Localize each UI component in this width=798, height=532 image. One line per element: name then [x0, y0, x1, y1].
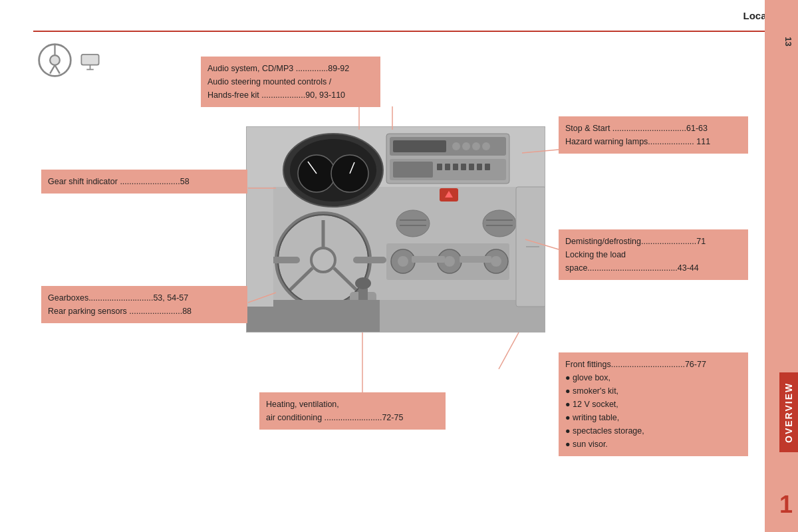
svg-rect-25 — [437, 164, 442, 170]
svg-rect-27 — [453, 164, 458, 170]
svg-rect-55 — [353, 257, 386, 263]
svg-point-34 — [396, 210, 430, 237]
svg-rect-29 — [469, 164, 474, 170]
steering-wheel-icon — [37, 42, 73, 78]
annotation-gearboxes-line2: Rear parking sensors ...................… — [48, 307, 192, 316]
dashboard-image — [246, 126, 545, 332]
annotation-front-fittings-line7: ● sun visor. — [565, 440, 608, 449]
svg-point-20 — [462, 142, 470, 150]
annotation-front-fittings-line4: ● 12 V socket, — [565, 400, 618, 409]
svg-rect-24 — [393, 162, 433, 178]
svg-point-21 — [472, 142, 480, 150]
svg-rect-31 — [485, 164, 490, 170]
annotation-demisting-line3: space...................................… — [565, 263, 699, 273]
annotation-gear-shift-text: Gear shift indicator ...................… — [48, 177, 190, 186]
svg-line-72 — [499, 332, 519, 369]
annotation-gear-shift: Gear shift indicator ...................… — [41, 170, 247, 194]
page-number: 13 — [783, 37, 793, 46]
svg-point-42 — [398, 256, 408, 267]
annotation-heating: Heating, ventilation, air conditioning .… — [259, 392, 446, 430]
annotation-front-fittings-line2: ● glove box, — [565, 373, 610, 382]
annotation-heating-line2: air conditioning .......................… — [266, 413, 403, 422]
annotation-front-fittings-line1: Front fittings..........................… — [565, 360, 706, 369]
svg-point-46 — [491, 256, 501, 267]
annotation-audio-line2: Audio steering mounted controls / — [207, 77, 331, 86]
svg-rect-28 — [461, 164, 466, 170]
annotation-stop-start: Stop & Start ...........................… — [559, 116, 748, 154]
annotation-audio-line3: Hands-free kit ...................90, 93… — [207, 90, 345, 100]
dashboard-interior — [247, 127, 545, 332]
svg-line-4 — [55, 65, 60, 73]
annotation-front-fittings-line3: ● smoker's kit, — [565, 386, 618, 396]
annotation-gearboxes: Gearboxes............................53,… — [41, 286, 247, 323]
annotation-front-fittings-line5: ● writing table, — [565, 413, 619, 422]
svg-line-3 — [50, 65, 55, 73]
svg-point-19 — [452, 142, 460, 150]
svg-rect-48 — [460, 256, 491, 263]
steering-icon-area — [37, 40, 116, 80]
svg-point-35 — [483, 210, 516, 237]
svg-rect-30 — [477, 164, 482, 170]
annotation-demisting: Demisting/defrosting....................… — [559, 229, 748, 280]
dashboard-svg — [247, 127, 545, 332]
annotation-demisting-line1: Demisting/defrosting....................… — [565, 237, 706, 246]
annotation-front-fittings-line6: ● spectacles storage, — [565, 426, 644, 436]
svg-rect-5 — [81, 54, 98, 65]
annotation-gearboxes-line1: Gearboxes............................53,… — [48, 293, 188, 303]
main-content: Audio system, CD/MP3 ..............89-92… — [0, 0, 765, 532]
svg-point-59 — [355, 277, 371, 289]
annotation-audio-line1: Audio system, CD/MP3 ..............89-92 — [207, 64, 349, 73]
svg-rect-64 — [247, 187, 273, 307]
svg-rect-26 — [445, 164, 450, 170]
overview-label: OVERVIEW — [779, 372, 798, 452]
svg-point-44 — [444, 256, 455, 267]
rearview-mirror-icon — [78, 49, 102, 72]
svg-rect-18 — [393, 140, 446, 152]
annotation-heating-line1: Heating, ventilation, — [266, 400, 339, 409]
annotation-demisting-line2: Locking the load — [565, 250, 626, 259]
svg-point-22 — [482, 142, 490, 150]
svg-point-1 — [50, 55, 60, 65]
annotation-front-fittings: Front fittings..........................… — [559, 352, 748, 456]
annotation-stop-start-line2: Hazard warning lamps....................… — [565, 137, 710, 146]
annotation-stop-start-line1: Stop & Start ...........................… — [565, 124, 708, 133]
right-sidebar: 13 OVERVIEW 1 — [765, 0, 798, 532]
svg-rect-47 — [412, 256, 445, 263]
annotation-audio: Audio system, CD/MP3 ..............89-92… — [201, 57, 380, 107]
svg-point-50 — [311, 248, 335, 272]
chapter-number: 1 — [779, 491, 793, 519]
